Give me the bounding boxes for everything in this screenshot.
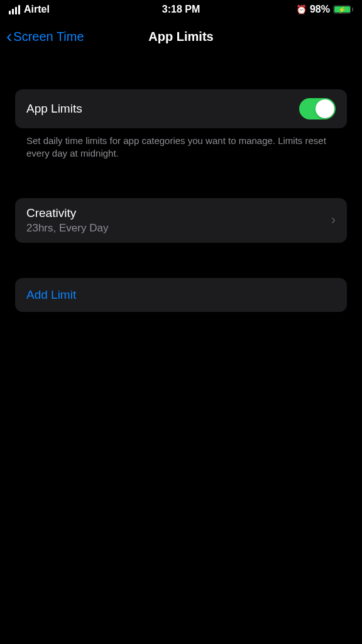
time-label: 3:18 PM — [162, 4, 200, 15]
toggle-knob — [315, 99, 334, 118]
alarm-icon: ⏰ — [296, 4, 307, 14]
back-button[interactable]: ‹ Screen Time — [6, 26, 84, 47]
page-title: App Limits — [148, 30, 213, 44]
status-right: ⏰ 98% ⚡ — [296, 4, 353, 15]
add-limit-button[interactable]: Add Limit — [15, 278, 347, 312]
carrier-label: Airtel — [24, 4, 50, 15]
section-footer: Set daily time limits for app categories… — [15, 128, 347, 160]
status-bar: Airtel 3:18 PM ⏰ 98% ⚡ — [0, 0, 362, 18]
battery-icon: ⚡ — [333, 5, 353, 14]
app-limits-toggle-row: App Limits — [15, 89, 347, 128]
nav-bar: ‹ Screen Time App Limits — [0, 18, 362, 58]
battery-pct: 98% — [310, 4, 330, 15]
content: App Limits Set daily time limits for app… — [0, 58, 362, 312]
back-label: Screen Time — [13, 30, 84, 44]
toggle-label: App Limits — [26, 102, 82, 116]
chevron-left-icon: ‹ — [6, 26, 12, 47]
add-limit-label: Add Limit — [26, 288, 76, 301]
chevron-right-icon: › — [331, 212, 336, 228]
limit-subtitle: 23hrs, Every Day — [26, 222, 108, 235]
limit-row-creativity[interactable]: Creativity 23hrs, Every Day › — [15, 198, 347, 243]
status-left: Airtel — [9, 4, 50, 15]
limit-title: Creativity — [26, 206, 108, 220]
app-limits-toggle[interactable] — [299, 98, 336, 119]
signal-icon — [9, 5, 20, 14]
